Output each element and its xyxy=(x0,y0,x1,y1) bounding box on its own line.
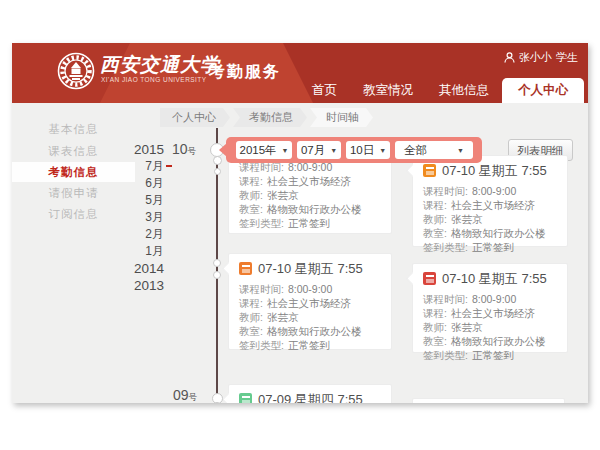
field-label: 课程时间: xyxy=(239,282,284,296)
field-label: 教室: xyxy=(239,324,263,338)
timeline-scale: 2015 7月 6月 5月 3月 2月 1月 2014 2013 xyxy=(70,141,164,294)
field-value: 张芸京 xyxy=(451,212,483,226)
field-label: 课程: xyxy=(239,296,263,310)
nav-item-personal-center[interactable]: 个人中心 xyxy=(502,78,584,103)
attendance-card: 课程时间:8:00-9:00 课程:社会主义市场经济 教师:张芸京 教室:格物致… xyxy=(228,151,392,234)
field-value: 8:00-9:00 xyxy=(472,184,516,198)
attendance-card: 07-10 星期五 7:55 课程时间:8:00-9:00 课程:社会主义市场经… xyxy=(228,253,392,350)
chevron-down-icon: ▼ xyxy=(457,147,464,154)
breadcrumb-item-personal-center[interactable]: 个人中心 xyxy=(160,108,230,127)
calendar-status-icon xyxy=(423,164,436,177)
month-dropdown[interactable]: 07月▼ xyxy=(297,141,341,159)
field-value: 8:00-9:00 xyxy=(472,292,516,306)
field-value: 张芸京 xyxy=(451,320,483,334)
field-label: 课程时间: xyxy=(423,184,468,198)
breadcrumb: 个人中心 考勤信息 时间轴 xyxy=(160,108,373,127)
field-value: 格物致知行政办公楼 xyxy=(267,324,362,338)
field-value: 张芸京 xyxy=(267,310,299,324)
nav-item-home[interactable]: 首页 xyxy=(299,78,350,103)
user-role: 学生 xyxy=(556,50,578,65)
day-marker-10: 10号 xyxy=(172,141,196,158)
field-value: 格物致知行政办公楼 xyxy=(451,334,546,348)
timeline-month-mar[interactable]: 3月 xyxy=(70,209,164,226)
attendance-app-window: 西安交通大学 XI'AN JIAO TONG UNIVERSITY 考勤服务 张… xyxy=(12,43,588,403)
field-value: 格物致知行政办公楼 xyxy=(451,226,546,240)
field-label: 教室: xyxy=(423,226,447,240)
field-label: 教师: xyxy=(239,188,263,202)
field-value: 格物致知行政办公楼 xyxy=(267,202,362,216)
field-label: 教室: xyxy=(423,334,447,348)
breadcrumb-item-attendance-info[interactable]: 考勤信息 xyxy=(233,108,307,127)
attendance-card: 07-09 星期四 7:55 课程时间:8:00-9:00 课程:社会主义市场经… xyxy=(228,384,392,403)
field-label: 教师: xyxy=(239,310,263,324)
field-label: 签到类型: xyxy=(239,338,284,352)
nav-item-classrooms[interactable]: 教室情况 xyxy=(350,78,426,103)
field-label: 教室: xyxy=(239,202,263,216)
field-label: 课程: xyxy=(239,174,263,188)
timeline-year-2015[interactable]: 2015 xyxy=(70,141,164,158)
field-value: 社会主义市场经济 xyxy=(451,306,535,320)
user-chip[interactable]: 张小小 学生 xyxy=(504,50,578,65)
timeline-month-jun[interactable]: 6月 xyxy=(70,175,164,192)
nav-item-other-info[interactable]: 其他信息 xyxy=(426,78,502,103)
timeline-node xyxy=(213,271,221,279)
timeline-month-jan[interactable]: 1月 xyxy=(70,243,164,260)
type-dropdown[interactable]: 全部▼ xyxy=(395,141,473,159)
chevron-down-icon: ▼ xyxy=(330,147,337,154)
timeline-year-2013[interactable]: 2013 xyxy=(70,277,164,294)
calendar-status-icon xyxy=(239,262,252,275)
user-icon xyxy=(504,52,515,63)
field-value: 正常签到 xyxy=(288,338,330,352)
year-dropdown[interactable]: 2015年▼ xyxy=(236,141,292,159)
chevron-down-icon: ▼ xyxy=(379,147,386,154)
field-label: 签到类型: xyxy=(423,240,468,254)
header-bar: 西安交通大学 XI'AN JIAO TONG UNIVERSITY 考勤服务 张… xyxy=(12,43,588,103)
card-title: 07-10 星期五 7:55 xyxy=(423,271,557,286)
card-title: 07-10 星期五 7:55 xyxy=(239,261,381,276)
day-dropdown[interactable]: 10日▼ xyxy=(346,141,390,159)
field-label: 签到类型: xyxy=(423,348,468,362)
field-label: 教师: xyxy=(423,212,447,226)
nav-tabs: 首页 教室情况 其他信息 个人中心 xyxy=(299,78,584,103)
field-value: 社会主义市场经济 xyxy=(451,198,535,212)
timeline-node xyxy=(214,168,221,175)
field-value: 张芸京 xyxy=(267,188,299,202)
card-title: 07-09 星期四 7:55 xyxy=(239,392,381,403)
attendance-card-partial xyxy=(412,398,565,403)
field-value: 正常签到 xyxy=(288,216,330,230)
attendance-card: 07-10 星期五 7:55 课程时间:8:00-9:00 课程:社会主义市场经… xyxy=(412,263,568,353)
current-month-tick xyxy=(166,165,172,167)
timeline-month-jul[interactable]: 7月 xyxy=(70,158,164,175)
card-title: 07-10 星期五 7:55 xyxy=(423,163,557,178)
university-name-en: XI'AN JIAO TONG UNIVERSITY xyxy=(101,76,207,83)
field-label: 课程时间: xyxy=(423,292,468,306)
chevron-down-icon: ▼ xyxy=(282,147,289,154)
university-emblem-icon xyxy=(56,51,96,91)
field-value: 正常签到 xyxy=(472,240,514,254)
field-value: 社会主义市场经济 xyxy=(267,296,351,310)
day-marker-09: 09号 xyxy=(173,387,197,403)
field-value: 正常签到 xyxy=(472,348,514,362)
timeline-node xyxy=(213,259,221,267)
timeline-year-2014[interactable]: 2014 xyxy=(70,260,164,277)
timeline-month-may[interactable]: 5月 xyxy=(70,192,164,209)
field-label: 课程: xyxy=(423,198,447,212)
sidebar-item-basic-info[interactable]: 基本信息 xyxy=(12,119,135,139)
field-label: 课程: xyxy=(423,306,447,320)
filter-bubble: 2015年▼ 07月▼ 10日▼ 全部▼ xyxy=(226,137,482,163)
university-name: 西安交通大学 xyxy=(100,52,220,78)
field-value: 8:00-9:00 xyxy=(288,282,332,296)
calendar-status-icon xyxy=(239,393,252,403)
user-name: 张小小 xyxy=(519,50,552,65)
service-title: 考勤服务 xyxy=(209,62,281,83)
calendar-status-icon xyxy=(423,272,436,285)
timeline-node xyxy=(213,156,222,165)
field-value: 社会主义市场经济 xyxy=(267,174,351,188)
attendance-card: 07-10 星期五 7:55 课程时间:8:00-9:00 课程:社会主义市场经… xyxy=(412,155,568,247)
field-label: 教师: xyxy=(423,320,447,334)
breadcrumb-item-timeline[interactable]: 时间轴 xyxy=(310,108,373,127)
field-label: 签到类型: xyxy=(239,216,284,230)
timeline-month-feb[interactable]: 2月 xyxy=(70,226,164,243)
